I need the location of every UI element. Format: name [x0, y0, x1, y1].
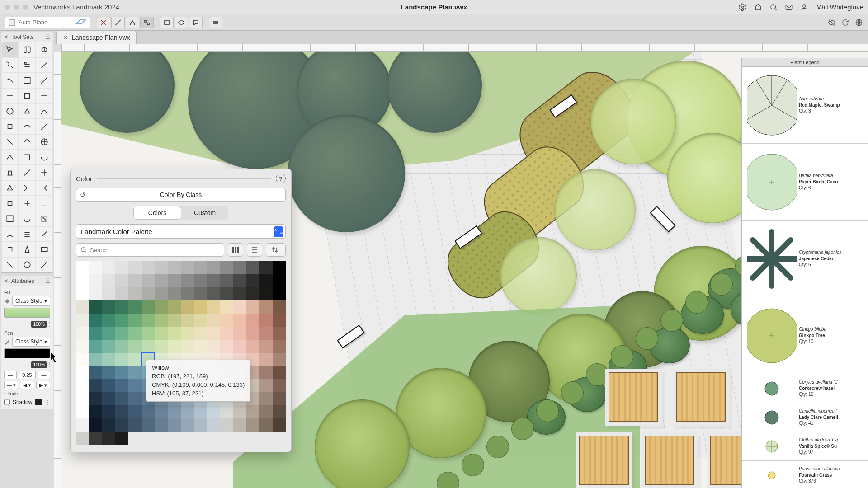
close-icon[interactable]: ✕ — [4, 34, 9, 40]
tool-button[interactable] — [36, 165, 53, 180]
pen-style-dropdown[interactable]: Class Style▾ — [12, 337, 50, 347]
color-swatch[interactable] — [168, 300, 181, 314]
effects-menu-icon[interactable]: ⋮ — [45, 399, 50, 405]
color-swatch[interactable] — [155, 274, 168, 287]
color-swatch[interactable] — [259, 300, 273, 314]
color-swatch[interactable] — [115, 300, 128, 314]
color-swatch[interactable] — [89, 432, 102, 445]
color-swatch[interactable] — [155, 327, 168, 340]
color-swatch[interactable] — [259, 418, 273, 432]
gear-icon[interactable] — [738, 3, 747, 12]
color-swatch[interactable] — [76, 353, 89, 366]
tool-button[interactable] — [1, 42, 19, 57]
color-swatch[interactable] — [115, 287, 128, 300]
color-swatch[interactable] — [233, 314, 246, 327]
tool-button[interactable] — [19, 73, 36, 88]
color-swatch[interactable] — [168, 261, 181, 274]
color-swatch[interactable] — [128, 314, 142, 327]
color-swatch[interactable] — [128, 353, 142, 366]
color-swatch[interactable] — [89, 314, 102, 327]
tool-button[interactable] — [19, 42, 36, 57]
color-swatch[interactable] — [259, 405, 273, 418]
tree[interactable] — [500, 237, 577, 314]
color-swatch[interactable] — [128, 418, 142, 432]
tool-button[interactable] — [1, 73, 19, 88]
color-swatch[interactable] — [233, 261, 246, 274]
color-swatch[interactable] — [233, 327, 246, 340]
ruler-horizontal[interactable] — [61, 44, 868, 52]
color-swatch[interactable] — [273, 327, 286, 340]
color-swatch[interactable] — [102, 300, 115, 314]
line-style-dropdown[interactable]: — ▾ — [4, 381, 18, 389]
color-swatch[interactable] — [273, 314, 286, 327]
color-swatch[interactable] — [155, 418, 168, 432]
color-swatch[interactable] — [220, 327, 233, 340]
color-swatch[interactable] — [115, 392, 128, 405]
color-swatch[interactable] — [168, 327, 181, 340]
line-end-start[interactable]: — — [4, 371, 17, 379]
color-swatch[interactable] — [128, 379, 142, 392]
tool-button[interactable] — [1, 150, 19, 165]
tool-button[interactable] — [19, 196, 36, 211]
legend-row[interactable]: Betula papyriferaPaper Birch, CanoQty: 6 — [742, 144, 868, 221]
color-swatch[interactable] — [220, 274, 233, 287]
shrub[interactable] — [536, 399, 559, 422]
color-swatch[interactable] — [155, 300, 168, 314]
color-swatch[interactable] — [89, 418, 102, 432]
legend-row[interactable]: Ginkgo bilobaGinkgo TreeQty: 10 — [742, 297, 868, 374]
color-swatch[interactable] — [194, 261, 207, 274]
ruler-vertical[interactable] — [54, 52, 61, 488]
mode-1-button[interactable] — [97, 17, 110, 28]
reset-icon[interactable] — [841, 18, 850, 27]
minimize-window-icon[interactable] — [14, 5, 19, 10]
color-swatch[interactable] — [168, 274, 181, 287]
shrub[interactable] — [611, 345, 633, 368]
tool-button[interactable] — [1, 242, 19, 257]
color-swatch[interactable] — [128, 327, 142, 340]
tool-button[interactable] — [1, 88, 19, 103]
color-swatch[interactable] — [181, 261, 194, 274]
tree[interactable] — [554, 169, 636, 250]
color-swatch[interactable] — [115, 314, 128, 327]
tool-button[interactable] — [36, 150, 53, 165]
close-icon[interactable]: ✕ — [4, 278, 9, 284]
color-swatch[interactable] — [194, 287, 207, 300]
color-swatch[interactable] — [207, 418, 220, 432]
line-end-end[interactable]: — — [38, 371, 50, 379]
color-swatch[interactable] — [273, 392, 286, 405]
color-swatch[interactable] — [259, 287, 273, 300]
close-window-icon[interactable] — [5, 5, 10, 10]
color-swatch[interactable] — [128, 261, 142, 274]
color-swatch[interactable] — [207, 327, 220, 340]
color-swatch[interactable] — [142, 418, 155, 432]
color-swatch[interactable] — [207, 405, 220, 418]
color-swatch[interactable] — [102, 405, 115, 418]
shrub[interactable] — [486, 436, 509, 458]
color-swatch[interactable] — [181, 300, 194, 314]
document-tab[interactable]: ✕ Landscape Plan.vwx — [56, 30, 137, 44]
shadow-checkbox[interactable] — [4, 399, 10, 405]
color-swatch[interactable] — [89, 405, 102, 418]
color-swatch[interactable] — [128, 274, 142, 287]
mode-2-button[interactable] — [111, 17, 125, 28]
color-swatch[interactable] — [128, 392, 142, 405]
pergola[interactable] — [579, 436, 629, 485]
color-swatch[interactable] — [273, 300, 286, 314]
palette-dropdown[interactable]: Landmark Color Palette ⌃⌄ — [76, 224, 286, 239]
legend-row[interactable]: Corylus avellana 'CCorkscrew hazelQty: 1… — [742, 374, 868, 403]
color-swatch[interactable] — [207, 261, 220, 274]
color-swatch[interactable] — [273, 274, 286, 287]
color-swatch[interactable] — [233, 418, 246, 432]
color-swatch[interactable] — [115, 418, 128, 432]
color-swatch[interactable] — [181, 405, 194, 418]
color-swatch[interactable] — [89, 353, 102, 366]
color-swatch[interactable] — [142, 287, 155, 300]
color-swatch[interactable] — [181, 287, 194, 300]
tool-button[interactable] — [36, 134, 53, 150]
color-swatch[interactable] — [181, 274, 194, 287]
color-swatch[interactable] — [115, 432, 128, 445]
fill-color-swatch[interactable] — [4, 308, 50, 318]
color-swatch[interactable] — [115, 327, 128, 340]
shrub[interactable] — [586, 363, 609, 386]
color-swatch[interactable] — [128, 366, 142, 379]
